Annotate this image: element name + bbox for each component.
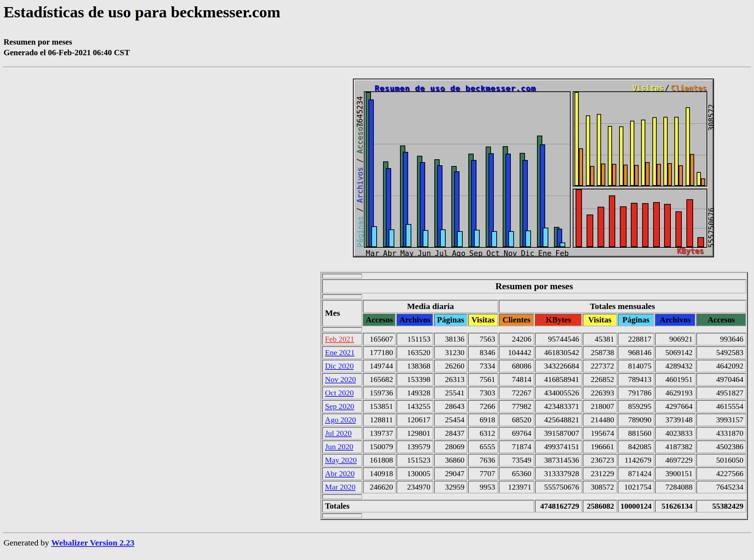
month-link-feb-2021[interactable]: Feb 2021 [325,335,354,343]
value-cell: 8346 [468,346,498,359]
spacer-cell [322,494,362,499]
value-cell: 4615554 [696,400,746,413]
spacer-cell [322,327,362,332]
value-cell: 791786 [618,387,655,399]
value-cell: 4502386 [696,440,746,453]
value-cell: 165607 [363,333,396,345]
total-value-cell: 51626134 [655,500,695,513]
month-cell: Oct 2020 [322,387,362,399]
value-cell: 3993157 [696,413,746,426]
bar-paginas-ene [543,228,548,247]
month-link-ago-2020[interactable]: Ago 2020 [325,415,356,424]
value-cell: 789413 [618,373,655,386]
bar-paginas-abr [389,229,394,247]
bar-visitas-ago [630,121,634,186]
value-cell: 343226684 [535,360,582,372]
bar-clientes-oct [657,164,661,186]
value-cell: 9953 [468,481,498,493]
generated-timestamp: Generado el 06-Feb-2021 06:40 CST [4,48,130,57]
totals-label: Totales [322,500,534,513]
value-cell: 72267 [499,387,534,399]
month-link-abr-2020[interactable]: Abr 2020 [325,469,355,478]
column-header-páginas: Páginas [434,314,467,326]
value-cell: 159736 [363,387,396,399]
bar-visitas-jun [608,126,612,186]
month-link-oct-2020[interactable]: Oct 2020 [325,388,354,397]
bar-paginas-oct [491,231,497,247]
webalizer-page: { "page": { "title": "Estadísticas de us… [0,0,754,560]
footer: Generated by Webalizer Version 2.23 [4,538,135,548]
month-link-may-2020[interactable]: May 2020 [325,456,357,464]
bar-visitas-jul [619,126,623,186]
month-link-ene-2021[interactable]: Ene 2021 [325,348,355,357]
group-totales-mensuales: Totales mensuales [499,300,746,313]
month-label-may: May [398,249,416,258]
value-cell: 814075 [618,360,655,372]
value-cell: 789090 [618,413,655,426]
month-link-mar-2020[interactable]: Mar 2020 [325,482,355,491]
value-cell: 214480 [583,413,617,426]
value-cell: 3739148 [655,413,695,426]
value-cell: 143255 [396,400,433,413]
value-cell: 993646 [696,333,746,345]
value-cell: 7561 [468,373,498,386]
month-cell: Ene 2021 [322,346,362,359]
table-row-oct-2020: Oct 202015973614932825541730372267434005… [322,387,746,399]
month-link-jul-2020[interactable]: Jul 2020 [325,429,352,438]
kbytes-plot [573,189,707,248]
value-cell: 36860 [434,454,467,467]
value-cell: 1142679 [618,454,655,467]
value-cell: 25541 [434,387,467,399]
value-cell: 149328 [396,387,433,399]
value-cell: 7563 [468,333,498,345]
value-cell: 4297664 [655,400,695,413]
value-cell: 968146 [618,346,655,359]
bar-clientes-nov [668,163,672,186]
value-cell: 177180 [363,346,396,359]
webalizer-version-link[interactable]: Webalizer Version 2.23 [51,538,135,547]
bar-kbytes-oct [653,202,660,247]
value-cell: 139737 [363,427,396,440]
value-cell: 104442 [499,346,534,359]
value-cell: 74814 [499,373,534,386]
column-header-kbytes: KBytes [535,314,582,326]
table-row-ago-2020: Ago 202012881112061725454691868520425648… [322,413,746,426]
axis-part-accesos: Accesos [356,122,364,158]
spacer-cell [322,513,362,518]
table-row-jun-2020: Jun 202015007913957928069655571874499374… [322,440,746,453]
value-cell: 4289432 [655,360,695,372]
value-cell: 226852 [583,373,617,386]
axis-part-archivos: Archivos [356,167,364,207]
month-link-sep-2020[interactable]: Sep 2020 [325,402,354,411]
footer-text: Generated by [4,538,51,547]
bar-kbytes-feb [697,237,704,247]
value-cell: 69764 [499,427,534,440]
value-cell: 258738 [583,346,617,359]
value-cell: 391587007 [535,427,582,440]
bar-clientes-feb [701,178,705,186]
month-label-ago: Ago [450,249,467,258]
value-cell: 4331870 [696,427,746,440]
spacer-row [322,294,746,299]
value-cell: 871424 [618,467,655,480]
horizontal-rule-top [3,67,751,68]
column-header-visitas: Visitas [468,314,498,326]
bar-visitas-ene [686,107,690,186]
column-header-páginas: Páginas [618,314,655,326]
month-link-jun-2020[interactable]: Jun 2020 [325,442,353,451]
month-link-dic-2020[interactable]: Dic 2020 [325,361,354,370]
value-cell: 7284088 [655,481,695,493]
axis-part-slash: / [356,207,364,216]
value-cell: 7636 [468,454,498,467]
group-header-row: Mes Media diaria Totales mensuales [322,300,746,313]
value-cell: 123971 [499,481,534,493]
bar-kbytes-jul [620,206,627,247]
bar-clientes-ene [690,154,694,186]
horizontal-rule-bottom [3,532,751,533]
value-cell: 4629193 [655,387,695,399]
value-cell: 499374151 [535,440,582,453]
month-link-nov-2020[interactable]: Nov 2020 [325,375,356,384]
value-cell: 38136 [434,333,467,345]
bar-paginas-feb [560,242,565,247]
value-cell: 129801 [396,427,433,440]
